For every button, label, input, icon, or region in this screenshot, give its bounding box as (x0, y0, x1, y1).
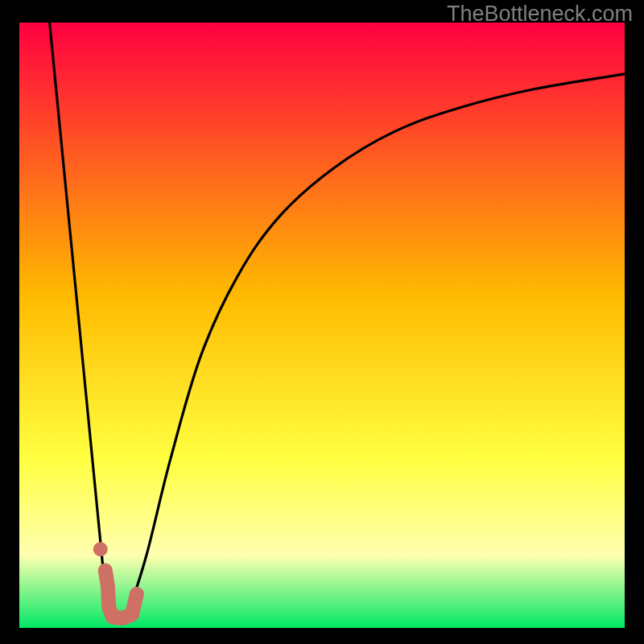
attribution-text: TheBottleneck.com (447, 2, 633, 27)
plot-background (19, 23, 625, 628)
j-hook-dot-marker (93, 542, 108, 556)
bottleneck-chart (0, 0, 644, 644)
